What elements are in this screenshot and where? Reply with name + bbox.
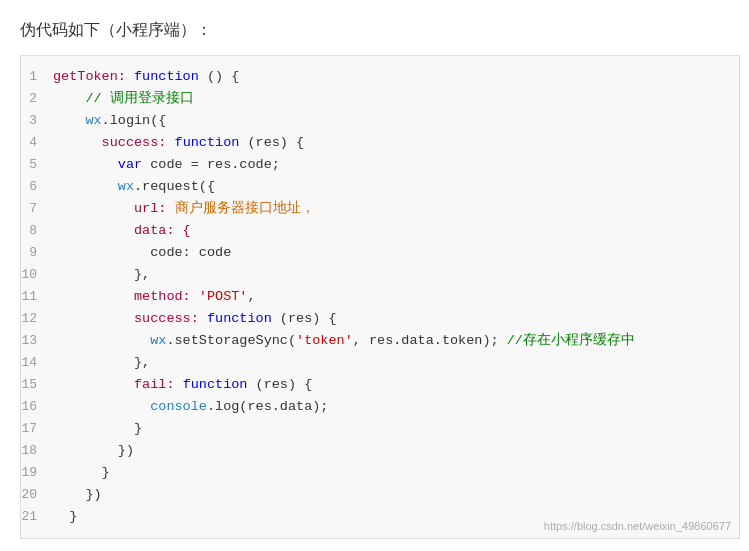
code-line: 12 success: function (res) { (21, 308, 739, 330)
code-line: 18 }) (21, 440, 739, 462)
line-content: success: function (res) { (53, 132, 729, 154)
line-number: 3 (21, 110, 53, 132)
line-content: wx.setStorageSync('token', res.data.toke… (53, 330, 729, 352)
line-content: }) (53, 484, 729, 506)
line-number: 2 (21, 88, 53, 110)
code-line: 6 wx.request({ (21, 176, 739, 198)
line-content: wx.request({ (53, 176, 729, 198)
line-number: 12 (21, 308, 53, 330)
code-line: 2 // 调用登录接口 (21, 88, 739, 110)
line-content: getToken: function () { (53, 66, 729, 88)
line-number: 16 (21, 396, 53, 418)
code-line: 11 method: 'POST', (21, 286, 739, 308)
code-line: 1getToken: function () { (21, 66, 739, 88)
code-line: 13 wx.setStorageSync('token', res.data.t… (21, 330, 739, 352)
code-line: 16 console.log(res.data); (21, 396, 739, 418)
line-number: 6 (21, 176, 53, 198)
line-content: } (53, 418, 729, 440)
line-content: console.log(res.data); (53, 396, 729, 418)
line-number: 7 (21, 198, 53, 220)
line-content: }, (53, 264, 729, 286)
code-line: 15 fail: function (res) { (21, 374, 739, 396)
line-content: fail: function (res) { (53, 374, 729, 396)
line-content: data: { (53, 220, 729, 242)
line-number: 4 (21, 132, 53, 154)
line-content: // 调用登录接口 (53, 88, 729, 110)
line-number: 11 (21, 286, 53, 308)
code-line: 8 data: { (21, 220, 739, 242)
code-line: 14 }, (21, 352, 739, 374)
line-content: url: 商户服务器接口地址， (53, 198, 729, 220)
code-line: 17 } (21, 418, 739, 440)
code-line: 9 code: code (21, 242, 739, 264)
line-content: success: function (res) { (53, 308, 729, 330)
line-number: 18 (21, 440, 53, 462)
line-number: 13 (21, 330, 53, 352)
line-content: } (53, 462, 729, 484)
code-line: 20 }) (21, 484, 739, 506)
code-line: 7 url: 商户服务器接口地址， (21, 198, 739, 220)
line-number: 10 (21, 264, 53, 286)
line-content: var code = res.code; (53, 154, 729, 176)
line-content: }) (53, 440, 729, 462)
line-number: 14 (21, 352, 53, 374)
line-number: 8 (21, 220, 53, 242)
code-line: 4 success: function (res) { (21, 132, 739, 154)
watermark: https://blog.csdn.net/weixin_49860677 (544, 520, 731, 532)
line-content: method: 'POST', (53, 286, 729, 308)
code-line: 10 }, (21, 264, 739, 286)
line-number: 17 (21, 418, 53, 440)
line-content: }, (53, 352, 729, 374)
code-line: 5 var code = res.code; (21, 154, 739, 176)
line-content: wx.login({ (53, 110, 729, 132)
line-number: 19 (21, 462, 53, 484)
page-title: 伪代码如下（小程序端）： (20, 20, 729, 41)
code-block: 1getToken: function () {2 // 调用登录接口3 wx.… (20, 55, 740, 539)
line-number: 1 (21, 66, 53, 88)
code-line: 3 wx.login({ (21, 110, 739, 132)
code-line: 19 } (21, 462, 739, 484)
line-number: 9 (21, 242, 53, 264)
line-number: 21 (21, 506, 53, 528)
line-number: 15 (21, 374, 53, 396)
line-number: 5 (21, 154, 53, 176)
line-number: 20 (21, 484, 53, 506)
line-content: code: code (53, 242, 729, 264)
